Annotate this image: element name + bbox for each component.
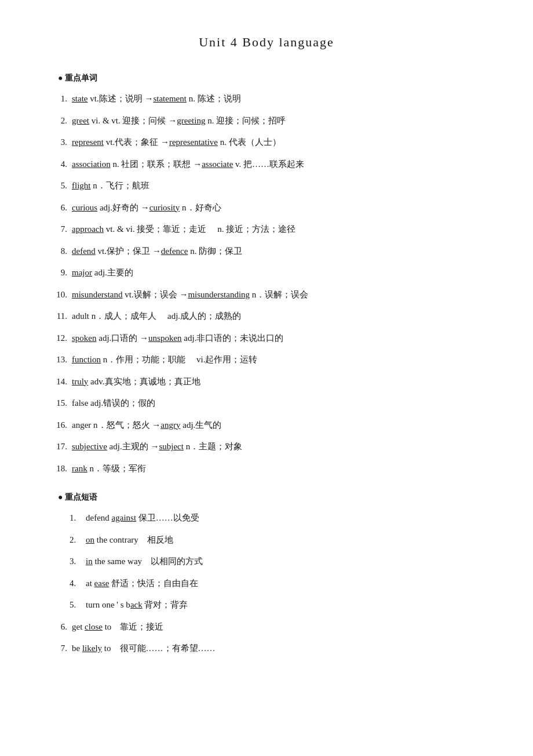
list-item: 18. rank n．等级；军衔: [46, 461, 487, 477]
item-number: 7.: [46, 222, 67, 237]
item-content: misunderstand vt.误解；误会 →misunderstanding…: [72, 288, 487, 303]
list-item: 3. represent vt.代表；象征 →representative n.…: [46, 135, 487, 150]
item-number: 6.: [46, 201, 67, 216]
item-number: 17.: [46, 439, 67, 455]
item-content: major adj.主要的: [72, 266, 487, 281]
item-content: anger n．怒气；怒火 →angry adj.生气的: [72, 418, 487, 433]
phrase-item: 2. on the contrary 相反地: [70, 533, 487, 548]
item-number: 10.: [46, 288, 67, 303]
list-item: 10. misunderstand vt.误解；误会 →misunderstan…: [46, 288, 487, 303]
list-item: 2. greet vi. & vt. 迎接；问候 →greeting n. 迎接…: [46, 114, 487, 129]
item-number: 12.: [46, 331, 67, 346]
list-item: 1. state vt.陈述；说明 →statement n. 陈述；说明: [46, 92, 487, 107]
list-item: 11. adult n．成人；成年人 adj.成人的；成熟的: [46, 309, 487, 324]
phrase-item: 4. at ease 舒适；快活；自由自在: [70, 576, 487, 591]
list-item: 7. be likely to 很可能……；有希望……: [46, 641, 487, 656]
list-item: 13. function n．作用；功能；职能 vi.起作用；运转: [46, 352, 487, 368]
list-item: 6. get close to 靠近；接近: [46, 620, 487, 635]
item-number: 2.: [46, 114, 67, 129]
page-title: Unit 4 Body language: [46, 35, 487, 50]
phrase-item: 5. turn one ' s back 背对；背弃: [70, 598, 487, 613]
phrase-list: 1. defend against 保卫……以免受 2. on the cont…: [70, 511, 487, 613]
item-number: 15.: [46, 396, 67, 411]
extra-phrase-list: 6. get close to 靠近；接近 7. be likely to 很可…: [46, 620, 487, 656]
item-content: greet vi. & vt. 迎接；问候 →greeting n. 迎接；问候…: [72, 114, 487, 129]
item-content: curious adj.好奇的 →curiosity n．好奇心: [72, 201, 487, 216]
item-number: 9.: [46, 266, 67, 281]
item-number: 16.: [46, 418, 67, 433]
list-item: 14. truly adv.真实地；真诚地；真正地: [46, 375, 487, 390]
list-item: 7. approach vt. & vi. 接受；靠近；走近 n. 接近；方法；…: [46, 222, 487, 237]
item-number: 6.: [46, 620, 67, 635]
list-item: 8. defend vt.保护；保卫 →defence n. 防御；保卫: [46, 244, 487, 259]
list-item: 5. flight n．飞行；航班: [46, 179, 487, 194]
phrase-section-header: 重点短语: [58, 492, 487, 503]
item-number: 11.: [46, 309, 67, 324]
item-content: spoken adj.口语的 →unspoken adj.非口语的；未说出口的: [72, 331, 487, 346]
item-content: association n. 社团；联系；联想 →associate v. 把……: [72, 157, 487, 172]
item-content: be likely to 很可能……；有希望……: [72, 641, 487, 656]
phrase-item: 1. defend against 保卫……以免受: [70, 511, 487, 526]
item-number: 4.: [46, 157, 67, 172]
item-number: 1.: [46, 92, 67, 107]
item-content: get close to 靠近；接近: [72, 620, 487, 635]
item-content: adult n．成人；成年人 adj.成人的；成熟的: [72, 309, 487, 324]
item-number: 13.: [46, 352, 67, 368]
item-content: approach vt. & vi. 接受；靠近；走近 n. 接近；方法；途径: [72, 222, 487, 237]
item-number: 14.: [46, 375, 67, 390]
list-item: 4. association n. 社团；联系；联想 →associate v.…: [46, 157, 487, 172]
list-item: 12. spoken adj.口语的 →unspoken adj.非口语的；未说…: [46, 331, 487, 346]
item-content: function n．作用；功能；职能 vi.起作用；运转: [72, 352, 487, 368]
list-item: 9. major adj.主要的: [46, 266, 487, 281]
phrase-item: 3. in the same way 以相同的方式: [70, 554, 487, 569]
item-number: 3.: [46, 135, 67, 150]
item-content: false adj.错误的；假的: [72, 396, 487, 411]
list-item: 17. subjective adj.主观的 →subject n．主题；对象: [46, 439, 487, 455]
item-number: 5.: [46, 179, 67, 194]
item-content: subjective adj.主观的 →subject n．主题；对象: [72, 439, 487, 455]
item-content: rank n．等级；军衔: [72, 461, 487, 477]
vocab-section-header: 重点单词: [58, 73, 487, 83]
item-number: 8.: [46, 244, 67, 259]
item-content: flight n．飞行；航班: [72, 179, 487, 194]
item-content: represent vt.代表；象征 →representative n. 代表…: [72, 135, 487, 150]
vocab-list: 1. state vt.陈述；说明 →statement n. 陈述；说明 2.…: [46, 92, 487, 476]
item-number: 7.: [46, 641, 67, 656]
list-item: 16. anger n．怒气；怒火 →angry adj.生气的: [46, 418, 487, 433]
list-item: 6. curious adj.好奇的 →curiosity n．好奇心: [46, 201, 487, 216]
item-content: defend vt.保护；保卫 →defence n. 防御；保卫: [72, 244, 487, 259]
item-number: 18.: [46, 461, 67, 477]
item-content: truly adv.真实地；真诚地；真正地: [72, 375, 487, 390]
item-content: state vt.陈述；说明 →statement n. 陈述；说明: [72, 92, 487, 107]
list-item: 15. false adj.错误的；假的: [46, 396, 487, 411]
